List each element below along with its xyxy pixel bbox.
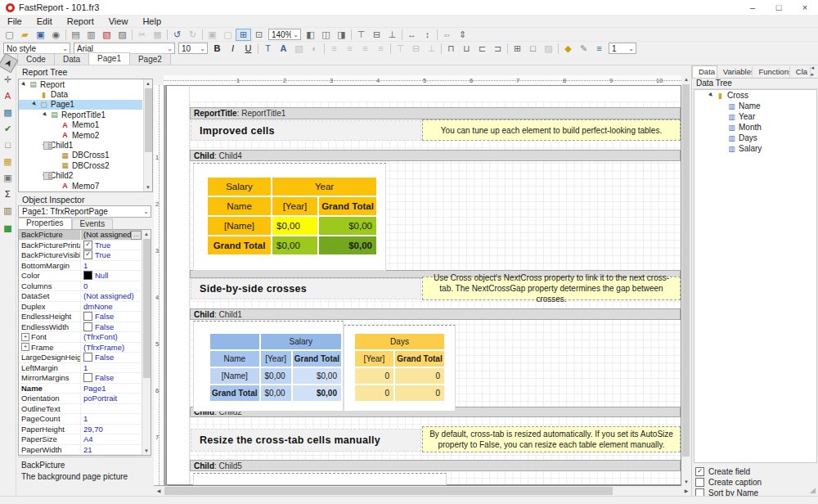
crosstab-cell[interactable]: 0	[355, 368, 393, 384]
tree-item-memo2[interactable]: AMemo2	[19, 130, 142, 140]
memo-note[interactable]: You can tune up each element to build pe…	[422, 119, 681, 141]
checkbox-icon[interactable]	[83, 373, 92, 382]
frame-right-button[interactable]: ⊐	[490, 43, 506, 55]
tab-cla[interactable]: Cla	[790, 66, 811, 78]
crosstab-cell[interactable]: Salary	[208, 178, 271, 196]
crosstab-cell[interactable]: Name	[208, 197, 271, 215]
tab-data[interactable]: Data	[692, 65, 717, 78]
expand-icon[interactable]: +	[21, 343, 29, 351]
memo-note[interactable]: By default, cross-tab is resized automat…	[422, 426, 681, 452]
property-BackPictureVisible[interactable]: BackPictureVisible✓True	[19, 250, 142, 261]
align-rights-button[interactable]: ◨	[334, 29, 349, 41]
crosstab-cell[interactable]: $0,00	[319, 217, 376, 235]
preview-report-button[interactable]: ◉	[48, 29, 64, 41]
property-Orientation[interactable]: OrientationpoPortrait	[19, 394, 142, 404]
property-value[interactable]: 1	[81, 414, 142, 423]
zoom-combo[interactable]: 140%⌄	[268, 29, 301, 40]
scroll-left-icon[interactable]: ◀	[154, 486, 164, 496]
property-value[interactable]: False	[81, 312, 142, 321]
scroll-thumb[interactable]	[143, 239, 151, 378]
property-value[interactable]: 1	[81, 261, 142, 270]
crosstab-days[interactable]: Days[Year]Grand Total0000	[353, 332, 446, 403]
tab-page1[interactable]: Page1	[88, 52, 130, 65]
menu-help[interactable]: Help	[135, 16, 169, 26]
subreport-object[interactable]: ▣	[1, 170, 16, 185]
save-report-button[interactable]: ▣	[33, 29, 48, 41]
crosstab-cell[interactable]: $0,00	[293, 385, 341, 401]
property-BackPicturePrintable[interactable]: BackPicturePrintable✓True	[19, 241, 142, 251]
property-value[interactable]: A4	[81, 434, 142, 443]
crosstab-cell[interactable]: Days	[355, 334, 444, 349]
tree-item-report[interactable]: ▶▤Report	[19, 79, 142, 89]
object-selector-combo[interactable]: Page1: TfrxReportPage ⌄	[18, 205, 151, 218]
tree-item-reporttitle1[interactable]: ▶▤ReportTitle1	[19, 110, 142, 119]
memo-note[interactable]: Use Cross object's NextCross property to…	[422, 277, 681, 300]
tab-code[interactable]: Code	[17, 53, 55, 65]
crosstab-cell[interactable]: Grand Total	[319, 197, 376, 215]
memo-headline[interactable]: Improved cells	[191, 120, 421, 141]
new-report-button[interactable]: ▢	[2, 29, 17, 41]
property-PrintIfEmpty[interactable]: PrintIfEmpty✓True	[19, 455, 142, 456]
bold-button[interactable]: B	[209, 43, 225, 55]
property-value[interactable]: 0	[81, 281, 142, 290]
property-PaperWidth[interactable]: PaperWidth21	[19, 445, 142, 456]
tab-page2[interactable]: Page2	[129, 53, 171, 65]
checkbox-icon[interactable]	[83, 312, 92, 321]
page-settings-button[interactable]: ▨	[115, 29, 130, 41]
tree-item-data[interactable]: ▮Data	[19, 89, 142, 99]
tree-item-memo1[interactable]: AMemo1	[19, 120, 142, 130]
canvas-vertical-scrollbar[interactable]: ▲ ▼	[681, 75, 691, 486]
property-Frame[interactable]: +Frame(TfrxFrame)	[19, 343, 142, 353]
property-value[interactable]: 29,70	[81, 425, 142, 434]
property-EndlessHeight[interactable]: EndlessHeightFalse	[19, 312, 142, 322]
total-object[interactable]: Σ	[1, 187, 16, 201]
canvas-horizontal-scrollbar[interactable]: ◀ ▶	[154, 486, 691, 496]
data-tree-item-cross[interactable]: ▶▮Cross	[694, 90, 816, 101]
band-header-child5[interactable]: Child : Child5	[190, 460, 681, 471]
crosstab-cell[interactable]: [Name]	[208, 217, 271, 235]
property-Font[interactable]: +Font(TfrxFont)	[19, 332, 142, 343]
crosstab-container-1[interactable]: SalaryYearName[Year]Grand Total[Name]$0,…	[193, 163, 386, 271]
frame-bottom-button[interactable]: ⊔	[459, 43, 474, 55]
memo-headline[interactable]: Side-by-side crosses	[191, 278, 421, 299]
frame-style-button[interactable]: ≡	[591, 43, 607, 55]
property-LargeDesignHeight[interactable]: LargeDesignHeightFalse	[19, 353, 142, 363]
minimize-button[interactable]: –	[739, 0, 766, 15]
property-value[interactable]: ✓True	[81, 455, 142, 456]
band-header-reporttitle1[interactable]: ReportTitle : ReportTitle1	[190, 107, 681, 119]
crosstab-cell[interactable]: Grand Total	[395, 351, 444, 367]
property-BackPicture[interactable]: BackPicture(Not assigned)…	[19, 230, 142, 241]
text-rotation-button[interactable]: T	[260, 43, 276, 55]
scroll-up-icon[interactable]: ▲	[144, 79, 152, 88]
scroll-down-icon[interactable]: ▼	[681, 478, 691, 486]
crosstab-cell[interactable]: $0,00	[261, 368, 291, 384]
crosstab-container-4[interactable]	[193, 473, 447, 485]
scroll-right-icon[interactable]: ▶	[681, 486, 691, 496]
menu-view[interactable]: View	[101, 16, 136, 26]
new-report-page-button[interactable]: ▤	[68, 29, 83, 41]
data-tree-item-name[interactable]: ▥Name	[694, 101, 816, 111]
tab-functions[interactable]: Functions	[753, 66, 789, 78]
tab-properties[interactable]: Properties	[18, 218, 72, 229]
crosstab-cell[interactable]: 0	[395, 368, 444, 384]
scroll-down-icon[interactable]: ▼	[144, 183, 152, 191]
crosstab-cell[interactable]: 0	[395, 385, 444, 401]
property-OutlineText[interactable]: OutlineText	[19, 404, 142, 415]
underline-button[interactable]: U	[240, 43, 256, 55]
show-grid-button[interactable]: ⊞	[236, 29, 251, 41]
property-PaperSize[interactable]: PaperSizeA4	[19, 434, 142, 445]
property-value[interactable]: False	[81, 322, 142, 331]
crosstab-cell[interactable]: Salary	[261, 334, 341, 349]
align-centers-button[interactable]: ◫	[318, 29, 334, 41]
crosstab-cell[interactable]: $0,00	[319, 236, 376, 254]
property-DataSet[interactable]: DataSet(Not assigned)	[19, 291, 142, 302]
data-tree-item-year[interactable]: ▥Year	[694, 111, 816, 122]
checkbox-icon[interactable]: ✓	[695, 467, 704, 476]
property-value[interactable]: poPortrait	[81, 394, 142, 403]
crosstab-cell[interactable]: Name	[210, 351, 259, 367]
scroll-thumb[interactable]	[682, 84, 690, 457]
property-BottomMargin[interactable]: BottomMargin1	[19, 261, 142, 272]
fill-color-button[interactable]: ◆	[560, 43, 576, 55]
undo-button[interactable]: ↺	[169, 29, 185, 41]
data-tree-item-month[interactable]: ▥Month	[694, 122, 816, 133]
